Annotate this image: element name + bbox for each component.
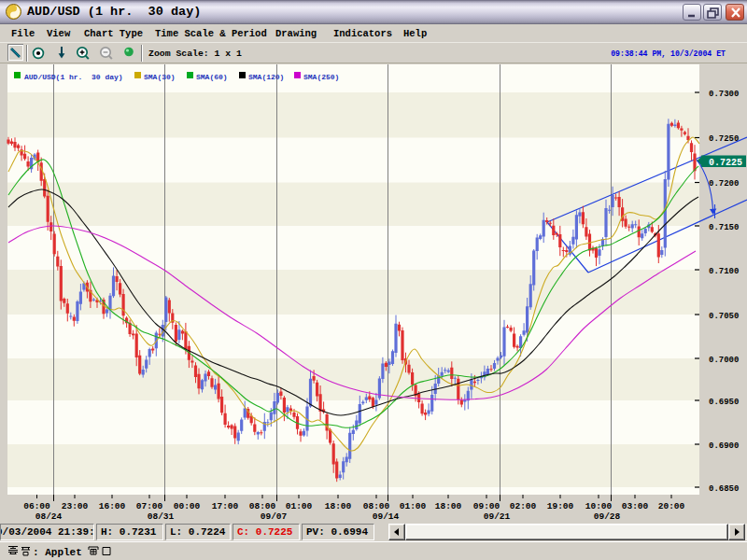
svg-text:01:00: 01:00 bbox=[286, 501, 313, 511]
svg-text:06:00: 06:00 bbox=[23, 501, 50, 511]
svg-text:02:00: 02:00 bbox=[510, 501, 537, 511]
svg-text:09/14: 09/14 bbox=[373, 511, 400, 522]
svg-text:20:00: 20:00 bbox=[658, 501, 685, 511]
svg-text:03:00: 03:00 bbox=[622, 501, 649, 511]
svg-text:0.6850: 0.6850 bbox=[709, 484, 739, 494]
svg-text:19:00: 19:00 bbox=[547, 501, 574, 511]
svg-text:0.7100: 0.7100 bbox=[709, 267, 739, 276]
svg-text:07:00: 07:00 bbox=[136, 501, 163, 511]
svg-text:08/24: 08/24 bbox=[35, 511, 63, 522]
svg-text:0.7300: 0.7300 bbox=[709, 90, 739, 99]
svg-text:09:00: 09:00 bbox=[473, 501, 500, 511]
svg-text:09/07: 09/07 bbox=[261, 511, 288, 522]
svg-text:0.6900: 0.6900 bbox=[709, 441, 739, 451]
svg-text:0.7050: 0.7050 bbox=[709, 312, 739, 321]
svg-text:0.7200: 0.7200 bbox=[709, 179, 739, 189]
svg-text:AUD/USD(1 hr. 30 day): AUD/USD(1 hr. 30 day) bbox=[24, 73, 123, 81]
svg-text:16:00: 16:00 bbox=[99, 501, 126, 511]
svg-text:09/28: 09/28 bbox=[594, 511, 621, 522]
svg-text:18:00: 18:00 bbox=[325, 501, 352, 511]
svg-text:SMA(250): SMA(250) bbox=[303, 73, 339, 81]
svg-text:17:00: 17:00 bbox=[212, 501, 239, 511]
svg-text:00:00: 00:00 bbox=[174, 501, 201, 511]
svg-text:SMA(60): SMA(60) bbox=[196, 73, 228, 81]
svg-text:10:00: 10:00 bbox=[585, 501, 613, 511]
svg-text:23:00: 23:00 bbox=[62, 501, 89, 511]
svg-text:08:00: 08:00 bbox=[249, 501, 276, 511]
svg-text:18:00: 18:00 bbox=[435, 501, 462, 511]
svg-text:09/21: 09/21 bbox=[484, 511, 511, 522]
svg-text:08/31: 08/31 bbox=[148, 511, 175, 522]
svg-text:SMA(120): SMA(120) bbox=[248, 73, 284, 81]
svg-text:0.7150: 0.7150 bbox=[709, 223, 739, 232]
svg-text:08:00: 08:00 bbox=[363, 501, 390, 511]
svg-text:0.6950: 0.6950 bbox=[709, 398, 739, 407]
svg-text:0.7225: 0.7225 bbox=[709, 158, 742, 168]
svg-text:0.7000: 0.7000 bbox=[709, 356, 739, 365]
svg-text:01:00: 01:00 bbox=[400, 501, 427, 511]
svg-text:SMA(30): SMA(30) bbox=[144, 73, 176, 81]
